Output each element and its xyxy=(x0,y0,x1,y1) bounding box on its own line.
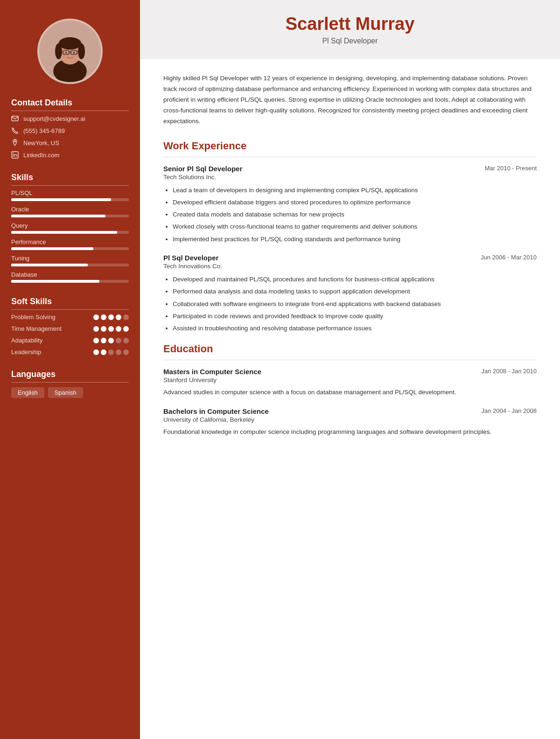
candidate-title: Pl Sql Developer xyxy=(163,37,537,45)
job-bullet: Worked closely with cross-functional tea… xyxy=(173,222,537,232)
email-icon xyxy=(11,115,19,122)
location-icon xyxy=(11,139,19,146)
job-company: Tech Innovations Co. xyxy=(163,263,537,270)
avatar-image xyxy=(39,19,101,84)
edu-school: Stanford University xyxy=(163,376,537,383)
dot-empty xyxy=(123,314,129,320)
job-title: Senior Pl Sql Developer xyxy=(163,165,242,173)
skill-bar-bg xyxy=(11,198,129,201)
main-content: Scarlett Murray Pl Sql Developer Highly … xyxy=(140,0,560,739)
skills-list: PL/SQL Oracle Query Performance Tuning xyxy=(11,189,129,283)
contact-section: Contact Details support@cvdesigner.ai (5… xyxy=(0,98,140,173)
summary: Highly skilled Pl Sql Developer with 12 … xyxy=(163,73,537,127)
dots xyxy=(93,326,129,332)
soft-skill-item: Problem Solving xyxy=(11,314,129,321)
job-item: Pl Sql Developer Jun 2006 - Mar 2010 Tec… xyxy=(163,254,537,334)
skill-bar-fill xyxy=(11,280,99,283)
dot-filled xyxy=(93,349,99,355)
soft-skill-name: Problem Solving xyxy=(11,314,93,321)
svg-rect-12 xyxy=(12,116,18,121)
skill-item: Performance xyxy=(11,238,129,250)
soft-skill-item: Leadership xyxy=(11,349,129,356)
avatar-container xyxy=(0,0,140,98)
language-tag: Spanish xyxy=(48,387,83,398)
dot-empty xyxy=(123,338,129,343)
job-bullet: Developed efficient database triggers an… xyxy=(173,197,537,208)
contact-linkedin: LinkedIn.com xyxy=(11,151,129,159)
job-item: Senior Pl Sql Developer Mar 2010 - Prese… xyxy=(163,165,537,244)
job-header: Senior Pl Sql Developer Mar 2010 - Prese… xyxy=(163,165,537,173)
skill-item: Query xyxy=(11,222,129,234)
dot-filled xyxy=(93,326,99,332)
dot-empty xyxy=(116,349,121,355)
edu-title: Bachelors in Computer Science xyxy=(163,407,269,415)
education-list: Masters in Computer Science Jan 2008 - J… xyxy=(163,368,537,437)
svg-point-10 xyxy=(65,52,67,54)
edu-header: Masters in Computer Science Jan 2008 - J… xyxy=(163,368,537,376)
dot-filled xyxy=(101,326,106,332)
linkedin-icon xyxy=(11,151,19,159)
skill-name: Query xyxy=(11,222,129,229)
edu-title: Masters in Computer Science xyxy=(163,368,261,376)
svg-point-13 xyxy=(14,141,16,142)
languages-title: Languages xyxy=(11,370,129,383)
skills-section: Skills PL/SQL Oracle Query Performance T… xyxy=(0,173,140,297)
dot-filled xyxy=(101,314,106,320)
languages-section: Languages EnglishSpanish xyxy=(0,370,140,407)
edu-date: Jan 2004 - Jan 2008 xyxy=(481,407,537,414)
skill-bar-fill xyxy=(11,264,88,266)
soft-skill-name: Adaptability xyxy=(11,337,93,344)
dot-filled xyxy=(93,314,99,320)
job-date: Jun 2006 - Mar 2010 xyxy=(481,254,537,261)
skill-bar-bg xyxy=(11,215,129,217)
language-tag: English xyxy=(11,387,44,398)
svg-point-16 xyxy=(13,153,14,153)
contact-title: Contact Details xyxy=(11,98,129,111)
dots xyxy=(93,314,129,320)
skill-name: Oracle xyxy=(11,206,129,213)
education-item: Masters in Computer Science Jan 2008 - J… xyxy=(163,368,537,397)
header: Scarlett Murray Pl Sql Developer xyxy=(140,0,560,59)
svg-point-11 xyxy=(73,52,75,54)
skill-bar-bg xyxy=(11,264,129,266)
soft-skills-list: Problem Solving Time Management Adaptabi… xyxy=(11,314,129,356)
dots xyxy=(93,349,129,355)
dot-filled xyxy=(101,349,106,355)
skill-name: PL/SQL xyxy=(11,189,129,196)
edu-desc: Advanced studies in computer science wit… xyxy=(163,387,537,397)
work-divider xyxy=(163,157,537,157)
skill-name: Performance xyxy=(11,238,129,245)
sidebar: Contact Details support@cvdesigner.ai (5… xyxy=(0,0,140,739)
dot-empty xyxy=(123,349,129,355)
dot-filled xyxy=(101,338,106,343)
job-bullet: Performed data analysis and data modelin… xyxy=(173,286,537,297)
skill-name: Tuning xyxy=(11,255,129,262)
skill-name: Database xyxy=(11,271,129,278)
contact-phone: (555) 345-6789 xyxy=(11,127,129,134)
skill-bar-bg xyxy=(11,247,129,250)
skill-bar-fill xyxy=(11,198,111,201)
language-tags: EnglishSpanish xyxy=(11,387,129,398)
job-company: Tech Solutions Inc. xyxy=(163,174,537,181)
job-bullet: Assisted in troubleshooting and resolvin… xyxy=(173,323,537,334)
job-bullet: Implemented best practices for PL/SQL co… xyxy=(173,234,537,244)
phone-icon xyxy=(11,127,19,134)
avatar xyxy=(37,19,103,84)
job-title: Pl Sql Developer xyxy=(163,254,218,262)
job-bullet: Developed and maintained PL/SQL procedur… xyxy=(173,274,537,285)
skill-bar-bg xyxy=(11,231,129,234)
job-bullet: Lead a team of developers in designing a… xyxy=(173,185,537,195)
dot-empty xyxy=(116,338,121,343)
skill-item: PL/SQL xyxy=(11,189,129,201)
job-bullet: Collaborated with software engineers to … xyxy=(173,299,537,309)
soft-skill-item: Time Management xyxy=(11,325,129,332)
soft-skills-section: Soft Skills Problem Solving Time Managem… xyxy=(0,297,140,370)
education-divider xyxy=(163,360,537,360)
job-header: Pl Sql Developer Jun 2006 - Mar 2010 xyxy=(163,254,537,262)
skill-bar-fill xyxy=(11,231,117,234)
soft-skill-name: Time Management xyxy=(11,325,93,332)
skill-item: Oracle xyxy=(11,206,129,217)
job-date: Mar 2010 - Present xyxy=(485,165,537,172)
job-bullets: Developed and maintained PL/SQL procedur… xyxy=(163,274,537,334)
skill-item: Database xyxy=(11,271,129,283)
